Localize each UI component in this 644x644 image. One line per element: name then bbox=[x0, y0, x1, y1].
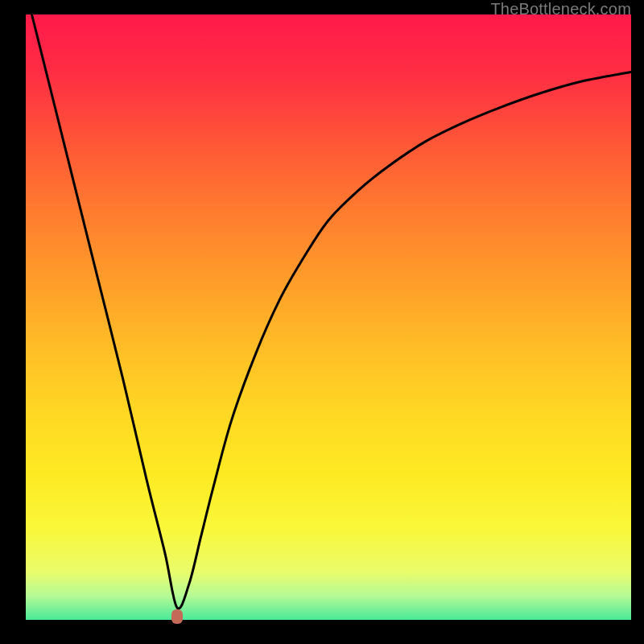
bottleneck-curve bbox=[26, 14, 631, 620]
minimum-marker bbox=[171, 609, 183, 624]
plot-area bbox=[26, 14, 631, 620]
chart-container: TheBottleneck.com bbox=[0, 0, 644, 644]
